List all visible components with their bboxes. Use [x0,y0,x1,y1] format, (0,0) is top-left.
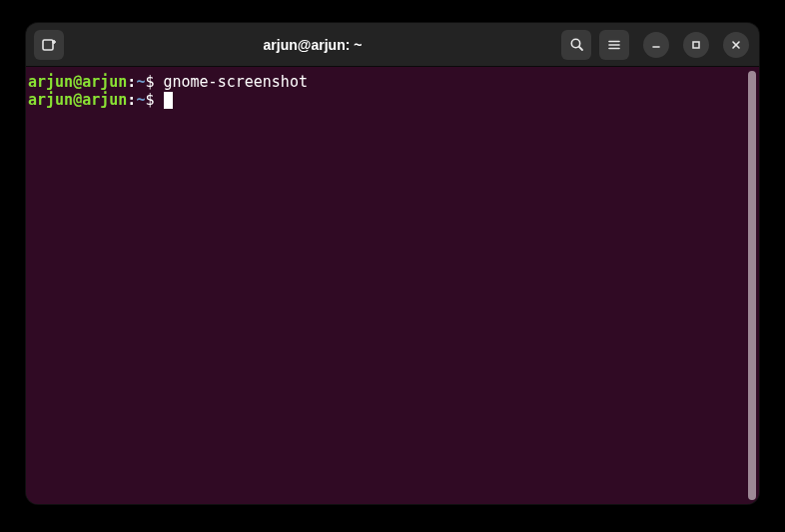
terminal-body[interactable]: arjun@arjun:~$ gnome-screenshot arjun@ar… [26,67,759,504]
menu-button[interactable] [599,30,629,60]
prompt-user-host: arjun@arjun [28,91,127,109]
svg-rect-9 [693,42,699,48]
prompt-user-host: arjun@arjun [28,73,127,91]
close-icon [731,40,741,50]
minimize-icon [651,40,661,50]
maximize-icon [691,40,701,50]
window-controls [643,32,749,58]
titlebar-right [561,30,751,60]
terminal-line: arjun@arjun:~$ [28,91,757,109]
maximize-button[interactable] [683,32,709,58]
svg-line-4 [579,47,582,50]
svg-rect-0 [43,40,53,50]
command-text: gnome-screenshot [163,73,308,91]
search-icon [569,37,584,52]
minimize-button[interactable] [643,32,669,58]
search-button[interactable] [561,30,591,60]
command-text [154,91,163,109]
new-tab-icon [41,37,57,53]
close-button[interactable] [723,32,749,58]
window-title: arjun@arjun: ~ [72,37,553,53]
new-tab-button[interactable] [34,30,64,60]
titlebar: arjun@arjun: ~ [26,23,759,67]
text-cursor [164,92,173,109]
scrollbar[interactable] [748,71,756,500]
hamburger-menu-icon [607,38,621,52]
terminal-line: arjun@arjun:~$ gnome-screenshot [28,73,757,91]
terminal-window: arjun@arjun: ~ [26,23,759,504]
